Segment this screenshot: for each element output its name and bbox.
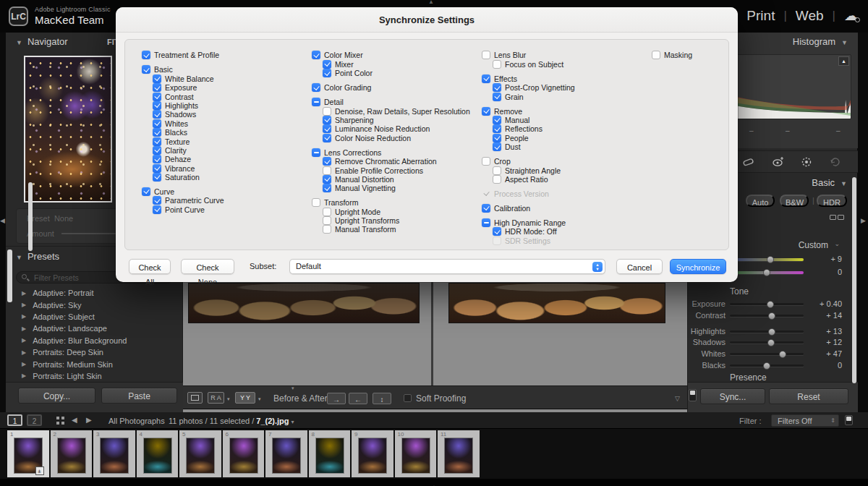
auto-button[interactable]: Auto: [746, 195, 775, 207]
masking-tool-icon[interactable]: [800, 157, 813, 167]
checkbox[interactable]: [323, 216, 331, 225]
right-panel-collapse-strip[interactable]: ▶: [857, 33, 868, 412]
copy-after-to-before-button[interactable]: ←: [349, 393, 367, 404]
sync-option-manual-transform[interactable]: Manual Transform: [323, 226, 470, 233]
checkbox[interactable]: [153, 205, 161, 214]
checkbox[interactable]: [153, 137, 161, 146]
sync-option-lens-corrections[interactable]: Lens Corrections: [312, 149, 470, 156]
preset-item-adaptive-landscape[interactable]: ▶Adaptive: Landscape: [6, 323, 183, 334]
checkbox[interactable]: [493, 116, 501, 124]
checkbox[interactable]: [482, 189, 490, 198]
sync-option-color-grading[interactable]: Color Grading: [312, 84, 470, 91]
sync-option-dust[interactable]: Dust: [493, 143, 575, 150]
thumbnail-image[interactable]: [57, 438, 86, 474]
sync-option-remove-chromatic-aberration[interactable]: Remove Chromatic Aberration: [323, 158, 470, 165]
right-panel-scrollbar[interactable]: [852, 177, 856, 383]
slider-thumb[interactable]: [767, 256, 774, 263]
thumbnail-image[interactable]: [100, 438, 129, 474]
checkbox[interactable]: [482, 74, 490, 83]
sync-option-clarity[interactable]: Clarity: [153, 147, 224, 154]
sync-option-high-dynamic-range[interactable]: High Dynamic Range: [482, 219, 575, 226]
checkbox[interactable]: [323, 175, 331, 184]
disclosure-triangle-icon[interactable]: ▶: [22, 372, 26, 379]
checkbox[interactable]: [493, 175, 501, 184]
checkbox[interactable]: [323, 184, 331, 192]
checkbox[interactable]: [153, 173, 161, 182]
checkbox[interactable]: [323, 124, 331, 133]
disclosure-triangle-icon[interactable]: ▶: [22, 325, 26, 332]
filmstrip-source-caret-icon[interactable]: ▾: [292, 419, 294, 425]
disclosure-triangle-icon[interactable]: ▶: [22, 302, 26, 308]
checkbox[interactable]: [493, 60, 501, 69]
checkbox[interactable]: [153, 119, 161, 128]
filmstrip-thumbnail-8[interactable]: 8: [309, 430, 351, 477]
preset-item-adaptive-blur-background[interactable]: ▶Adaptive: Blur Background: [6, 335, 183, 346]
disclosure-triangle-icon[interactable]: ▼: [841, 39, 848, 46]
remove-tool-icon[interactable]: [742, 157, 755, 167]
disclosure-triangle-icon[interactable]: ▶: [22, 290, 26, 297]
filmstrip-thumbnail-11[interactable]: 11: [438, 430, 480, 477]
checkbox[interactable]: [312, 98, 320, 106]
preset-item-adaptive-portrait[interactable]: ▶Adaptive: Portrait: [6, 287, 183, 299]
sync-option-manual-vignetting[interactable]: Manual Vignetting: [323, 184, 470, 192]
disclosure-triangle-icon[interactable]: ▼: [16, 254, 22, 261]
reset-button[interactable]: Reset: [769, 388, 848, 404]
sync-option-denoise-raw-details-super-resolution[interactable]: Denoise, Raw Details, Super Resolution: [323, 108, 470, 115]
slider-track[interactable]: [730, 303, 804, 305]
filmstrip-thumbnail-9[interactable]: 9: [352, 430, 393, 477]
checkbox[interactable]: [493, 124, 501, 133]
checkbox[interactable]: [153, 164, 161, 173]
checkbox[interactable]: [153, 74, 161, 83]
copy-before-to-after-button[interactable]: →: [327, 393, 346, 404]
checkbox[interactable]: [323, 60, 331, 69]
swap-before-after-button[interactable]: ↕: [373, 393, 391, 404]
checkbox[interactable]: [482, 218, 490, 227]
sync-option-treatment-profile[interactable]: Treatment & Profile: [142, 51, 224, 59]
disclosure-triangle-icon[interactable]: ▶: [22, 349, 26, 356]
thumbnail-image[interactable]: [229, 438, 258, 474]
slider-track[interactable]: [730, 315, 804, 317]
sync-option-white-balance[interactable]: White Balance: [153, 75, 224, 82]
checkbox[interactable]: [153, 196, 161, 205]
sync-option-point-color[interactable]: Point Color: [323, 69, 470, 77]
left-panel-scrollbar[interactable]: [28, 182, 33, 251]
checkbox[interactable]: [482, 51, 490, 59]
filter-toggle[interactable]: [845, 415, 853, 425]
filmstrip-thumbnail-2[interactable]: 2: [51, 430, 93, 477]
checkbox[interactable]: [153, 110, 161, 119]
slider-thumb[interactable]: [768, 328, 775, 336]
grid-view-icon[interactable]: [56, 417, 64, 425]
checkbox[interactable]: [323, 208, 331, 216]
checkbox[interactable]: [153, 155, 161, 163]
disclosure-triangle-icon[interactable]: ▶: [22, 361, 26, 367]
sync-option-point-curve[interactable]: Point Curve: [153, 206, 224, 213]
after-image[interactable]: [448, 283, 665, 323]
filmstrip-thumbnail-1[interactable]: 1±: [7, 430, 49, 477]
checkbox[interactable]: [153, 101, 161, 110]
sync-option-texture[interactable]: Texture: [153, 138, 224, 145]
collapse-right-arrow-icon[interactable]: ▶: [861, 217, 866, 224]
thumbnail-image[interactable]: [186, 438, 215, 474]
module-web[interactable]: Web: [796, 8, 824, 24]
sync-option-reflections[interactable]: Reflections: [493, 125, 575, 132]
toolbar-hide-arrow-icon[interactable]: ▾: [292, 385, 294, 391]
checkbox[interactable]: [312, 148, 320, 157]
checkbox[interactable]: [323, 157, 331, 166]
check-all-button[interactable]: Check All: [129, 259, 171, 274]
edited-badge-icon[interactable]: ±: [35, 466, 44, 475]
checkbox[interactable]: [153, 146, 161, 155]
checkbox[interactable]: [493, 83, 501, 92]
checkbox[interactable]: [142, 51, 150, 59]
sync-option-parametric-curve[interactable]: Parametric Curve: [153, 197, 224, 204]
slider-thumb[interactable]: [767, 339, 775, 346]
disclosure-triangle-icon[interactable]: ▼: [16, 39, 22, 46]
sync-option-upright-mode[interactable]: Upright Mode: [323, 208, 470, 216]
selection-status[interactable]: 11 photos / 11 selected / 7_(2).jpg ▾: [169, 417, 294, 425]
checkbox[interactable]: [153, 93, 161, 101]
sync-state-icon[interactable]: [829, 157, 842, 167]
next-photo-arrow-icon[interactable]: ▶: [86, 416, 92, 424]
sync-option-manual-distortion[interactable]: Manual Distortion: [323, 176, 470, 183]
sync-option-transform[interactable]: Transform: [312, 199, 470, 206]
sync-option-manual[interactable]: Manual: [493, 116, 575, 124]
slider-thumb[interactable]: [763, 362, 770, 370]
